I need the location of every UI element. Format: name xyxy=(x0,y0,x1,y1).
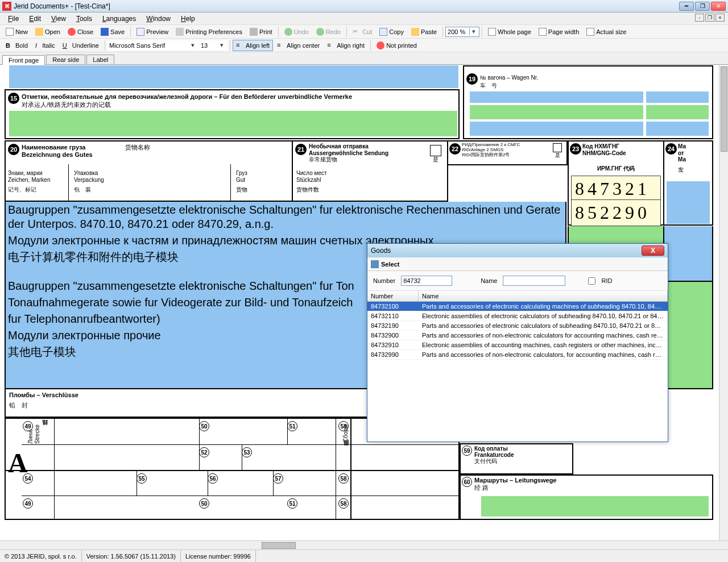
menu-file[interactable]: FFileile xyxy=(3,14,23,24)
field-19-value-2[interactable] xyxy=(470,105,643,119)
print-preferences-button[interactable]: Printing Preferences xyxy=(172,26,246,38)
app-title: Jerid Documents+ - [Test-Cina*] xyxy=(14,2,679,10)
grid-row[interactable]: 84732100Parts and accessories of electro… xyxy=(367,302,668,311)
field-59: 59 Код оплаты Frankaturcode 支付代码 xyxy=(460,443,573,474)
minimize-button[interactable]: ━ xyxy=(679,2,694,11)
notprinted-icon xyxy=(377,41,384,49)
close-button[interactable]: ✕ xyxy=(711,2,726,11)
statusbar: © 2013 JERID, spol. s r.o. Version: 1.56… xyxy=(0,549,728,562)
menu-tools[interactable]: Tools xyxy=(72,14,97,24)
mdi-close[interactable]: × xyxy=(715,14,725,22)
horizontal-scrollbar[interactable] xyxy=(0,540,728,549)
grid-row[interactable]: 84732910Electronic assemblies of account… xyxy=(367,340,668,350)
field-24-extra1[interactable] xyxy=(664,226,713,282)
number-input[interactable] xyxy=(401,276,452,286)
goods-dialog: Goods X Select Number Name RID Number Na… xyxy=(367,243,668,442)
actual-size-button[interactable]: Actual size xyxy=(583,26,630,38)
align-right-button[interactable]: ≡Align right xyxy=(324,40,368,51)
field-15-value[interactable] xyxy=(9,111,457,136)
col-number[interactable]: Number xyxy=(367,291,419,301)
grid-body[interactable]: 84732100Parts and accessories of electro… xyxy=(367,302,668,360)
page-width-button[interactable]: Page width xyxy=(535,26,582,38)
grid-row[interactable]: 84732190Parts and accessories of electro… xyxy=(367,321,668,331)
redo-icon xyxy=(316,28,324,36)
field-20-header: 20 Наименование груза Bezeichnung des Gu… xyxy=(5,140,292,202)
field-24-value[interactable] xyxy=(667,181,710,224)
zoom-combo[interactable]: 200 %▾ xyxy=(445,27,479,37)
field-23-code2[interactable]: 852290 xyxy=(571,199,661,226)
select-button[interactable]: Select xyxy=(381,261,399,268)
field-24: 24 Ма от Ма 发 xyxy=(664,140,713,226)
whole-page-button[interactable]: Whole page xyxy=(485,26,535,38)
vertical-scrollbar[interactable] xyxy=(719,65,728,540)
close-doc-button[interactable]: Close xyxy=(64,26,97,38)
cut-button[interactable]: ✂Cut xyxy=(349,26,375,38)
field-24-extra2[interactable] xyxy=(664,282,713,389)
field-60-value[interactable] xyxy=(481,496,709,517)
menu-help[interactable]: Help xyxy=(176,14,200,24)
dialog-toolbar: Select xyxy=(367,257,668,271)
field-19-value-1[interactable] xyxy=(470,91,643,103)
field-23-code1[interactable]: 847321 xyxy=(571,176,661,202)
select-icon xyxy=(371,260,379,268)
copy-button[interactable]: Copy xyxy=(376,26,407,38)
underline-button[interactable]: U Underline xyxy=(59,40,102,51)
grid-row[interactable]: 84732110Electronic assemblies of electro… xyxy=(367,311,668,321)
field-19-value-2b[interactable] xyxy=(646,105,709,119)
size-combo[interactable]: 13▾ xyxy=(199,40,228,51)
copy-icon xyxy=(379,28,387,36)
field-22-checkbox[interactable] xyxy=(553,143,562,152)
tab-rear-side[interactable]: Rear side xyxy=(46,55,85,64)
field-19-value-3[interactable] xyxy=(470,122,643,136)
field-15-num: 15 xyxy=(8,93,19,104)
dialog-titlebar[interactable]: Goods X xyxy=(367,244,668,257)
new-button[interactable]: New xyxy=(2,26,31,38)
menu-view[interactable]: View xyxy=(47,14,71,24)
pagewidth-icon xyxy=(539,28,547,36)
align-center-button[interactable]: ≡Align center xyxy=(274,40,323,51)
maximize-button[interactable]: ❐ xyxy=(695,2,710,11)
open-button[interactable]: Open xyxy=(32,26,64,38)
bold-button[interactable]: B Bold xyxy=(2,40,31,51)
document-tabs: Front page Rear side Label xyxy=(0,52,728,65)
field-19-label-cn: 车 号 xyxy=(480,82,497,89)
print-button[interactable]: Print xyxy=(246,26,276,38)
field-19-value-3b[interactable] xyxy=(646,122,709,136)
undo-icon xyxy=(284,28,292,36)
align-left-button[interactable]: ≡Align left xyxy=(233,40,273,51)
menu-window[interactable]: Window xyxy=(142,14,175,24)
dialog-close-button[interactable]: X xyxy=(642,245,664,256)
italic-button[interactable]: I Italic xyxy=(32,40,59,51)
paste-button[interactable]: Paste xyxy=(408,26,440,38)
mdi-minimize[interactable]: - xyxy=(695,14,704,22)
toolbar-format: B Bold I Italic U Underline Microsoft Sa… xyxy=(0,39,728,52)
col-name[interactable]: Name xyxy=(419,291,668,301)
paste-icon xyxy=(411,28,419,36)
menubar: FFileile Edit View Tools Languages Windo… xyxy=(0,13,728,25)
mdi-restore[interactable]: ❐ xyxy=(705,14,714,22)
grid-row[interactable]: 84732990Parts and accessories of non-ele… xyxy=(367,350,668,360)
grid-row[interactable]: 84732900Parts and accessories of non-ele… xyxy=(367,331,668,340)
not-printed-button[interactable]: Not printed xyxy=(373,40,420,51)
save-button[interactable]: Save xyxy=(97,26,128,38)
field-15: 15 Отметки, необязательные для перевозчи… xyxy=(5,89,460,139)
tab-front-page[interactable]: Front page xyxy=(2,55,45,65)
menu-edit[interactable]: Edit xyxy=(24,14,46,24)
field-24-num: 24 xyxy=(665,143,677,155)
rid-checkbox[interactable] xyxy=(588,277,595,285)
field-14-value[interactable] xyxy=(9,65,458,88)
titlebar: ⌘ Jerid Documents+ - [Test-Cina*] ━ ❐ ✕ xyxy=(0,0,728,13)
undo-button[interactable]: Undo xyxy=(281,26,312,38)
font-combo[interactable]: Microsoft Sans Serif▾ xyxy=(107,40,198,51)
status-copyright: © 2013 JERID, spol. s r.o. xyxy=(0,550,82,562)
preview-button[interactable]: Preview xyxy=(133,26,172,38)
menu-languages[interactable]: Languages xyxy=(98,14,140,24)
field-22: 22 РИД/Приложение 2 к СМГС RID/Anlage 2 … xyxy=(448,140,568,165)
tab-label[interactable]: Label xyxy=(86,55,114,64)
preview-icon xyxy=(136,28,144,36)
field-21-checkbox[interactable] xyxy=(430,145,441,156)
field-19-value-1b[interactable] xyxy=(646,91,709,103)
cut-icon: ✂ xyxy=(353,28,361,36)
name-input[interactable] xyxy=(503,276,565,286)
redo-button[interactable]: Redo xyxy=(313,26,344,38)
